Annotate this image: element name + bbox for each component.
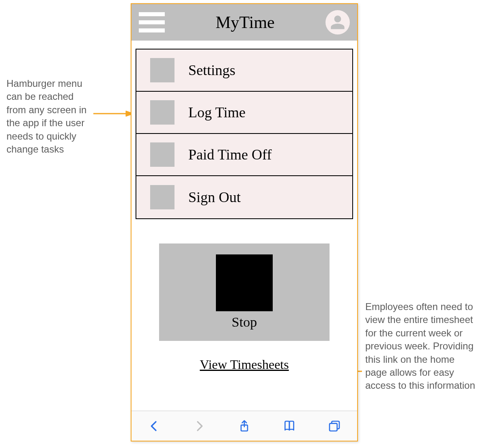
bookmarks-button[interactable] <box>281 418 297 434</box>
placeholder-icon <box>150 142 175 167</box>
app-title: MyTime <box>215 13 275 32</box>
menu-item-label: Paid Time Off <box>188 146 272 163</box>
stop-label: Stop <box>232 314 257 330</box>
tabs-button[interactable] <box>326 418 343 434</box>
view-timesheets-link[interactable]: View Timesheets <box>131 357 357 372</box>
app-header: MyTime <box>131 4 357 41</box>
menu-item-label: Sign Out <box>188 189 241 206</box>
forward-icon <box>193 420 206 433</box>
back-icon <box>148 420 161 433</box>
menu-item-label: Log Time <box>188 104 246 121</box>
stop-icon <box>216 254 273 311</box>
annotation-right: Employees often need to view the entire … <box>365 300 479 392</box>
person-icon <box>330 14 346 30</box>
menu-item-label: Settings <box>188 62 235 79</box>
back-button[interactable] <box>146 418 162 434</box>
phone-frame: MyTime Settings Log Time Paid Time Off S… <box>131 3 358 442</box>
menu-item-sign-out[interactable]: Sign Out <box>136 176 352 218</box>
hamburger-icon[interactable] <box>139 12 165 32</box>
placeholder-icon <box>150 58 175 82</box>
placeholder-icon <box>150 100 175 125</box>
placeholder-icon <box>150 185 175 209</box>
tabs-icon <box>328 420 341 433</box>
share-icon <box>238 420 251 433</box>
forward-button[interactable] <box>191 418 207 434</box>
hamburger-menu: Settings Log Time Paid Time Off Sign Out <box>136 49 353 219</box>
arrow-left-icon <box>93 110 134 118</box>
annotation-left: Hamburger menu can be reached from any s… <box>6 77 96 156</box>
menu-item-settings[interactable]: Settings <box>136 50 352 92</box>
menu-item-log-time[interactable]: Log Time <box>136 92 352 134</box>
profile-button[interactable] <box>325 10 350 34</box>
svg-rect-7 <box>330 423 337 431</box>
menu-item-paid-time-off[interactable]: Paid Time Off <box>136 134 352 176</box>
stop-button[interactable]: Stop <box>159 243 330 341</box>
share-button[interactable] <box>236 418 252 434</box>
bookmarks-icon <box>283 420 296 433</box>
browser-toolbar <box>131 411 357 441</box>
